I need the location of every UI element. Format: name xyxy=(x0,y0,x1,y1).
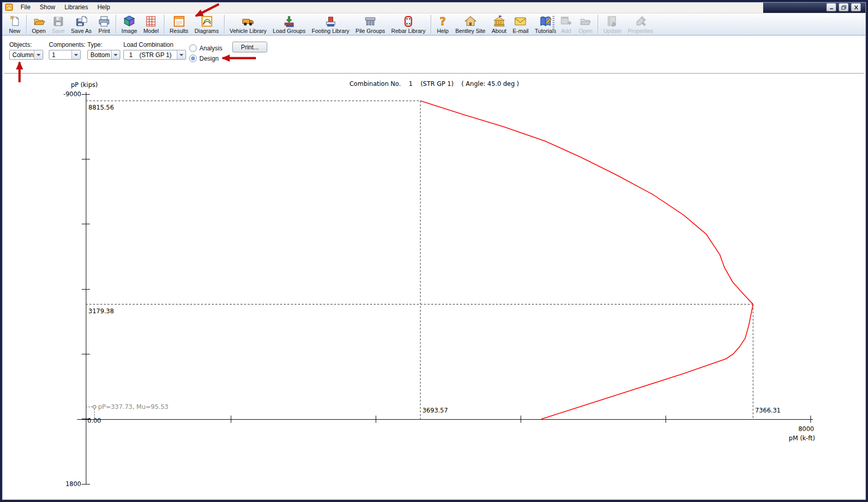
load-combination-label: Load Combination xyxy=(123,41,173,48)
interaction-diagram: Combination No. 1 (STR GP 1) ( Angle: 45… xyxy=(0,69,868,494)
type-label: Type: xyxy=(87,41,102,48)
objects-dropdown-button[interactable] xyxy=(34,50,43,59)
type-value: Bottom xyxy=(88,51,111,59)
objects-value: Columns xyxy=(10,51,34,59)
load-groups-button[interactable]: Load Groups xyxy=(270,13,309,35)
open-button: Open xyxy=(576,13,596,35)
save-button: Save xyxy=(49,13,68,35)
rebar-library-button[interactable]: Rebar Library xyxy=(388,13,429,35)
menu-libraries[interactable]: Libraries xyxy=(60,2,93,12)
properties-icon xyxy=(634,14,647,28)
print-button-label: Print... xyxy=(241,44,259,51)
analysis-radio-label: Analysis xyxy=(199,45,223,52)
save-floppy-icon xyxy=(52,14,65,28)
y-axis-title: pP (kips) xyxy=(71,81,98,88)
menu-show[interactable]: Show xyxy=(35,2,60,12)
design-radio[interactable]: Design xyxy=(189,55,218,62)
design-capacity-curve xyxy=(420,101,753,419)
toolbar-separator xyxy=(598,15,598,34)
objects-dropdown[interactable]: Columns xyxy=(9,50,43,60)
secondary-toolbar: AddOpenUpdateProperties xyxy=(552,13,657,35)
diagrams-chart-icon xyxy=(200,14,213,28)
add-icon xyxy=(560,14,572,28)
menu-file[interactable]: File xyxy=(16,2,35,12)
toolbar-button-label: Properties xyxy=(627,28,653,34)
e-mail-button[interactable]: E-mail xyxy=(509,13,531,35)
toolbar-button-label: Footing Library xyxy=(311,28,349,34)
printer-icon xyxy=(98,14,110,28)
x-axis-title: pM (k-ft) xyxy=(789,435,815,442)
footing-library-button[interactable]: Footing Library xyxy=(308,13,352,35)
y-axis-top-label: -9000 xyxy=(63,91,81,98)
print-button[interactable]: Print... xyxy=(232,42,267,52)
menu-bar: File Show Libraries Help xyxy=(2,2,866,13)
results-button[interactable]: Results xyxy=(167,13,192,35)
titlebar xyxy=(763,2,866,13)
toolbar-button-label: Print xyxy=(99,28,110,34)
results-window-icon xyxy=(173,14,186,28)
load-combination-dropdown[interactable]: 1 (STR GP 1) xyxy=(123,50,186,60)
toolbar-button-label: Open xyxy=(579,28,593,34)
restore-button[interactable] xyxy=(839,3,848,11)
toolbar-button-label: Add xyxy=(561,28,571,34)
toolbar-grip[interactable] xyxy=(552,16,555,33)
radio-circle-checked-icon xyxy=(189,55,197,62)
analysis-radio[interactable]: Analysis xyxy=(189,44,223,52)
y-axis-bottom-label: 1800 xyxy=(65,480,81,488)
pile-groups-icon xyxy=(364,14,377,28)
components-dropdown-button[interactable] xyxy=(71,50,80,59)
help-icon: ? xyxy=(436,14,449,28)
app-icon xyxy=(5,4,13,11)
image-cube-icon xyxy=(123,14,136,28)
toolbar-button-label: Pile Groups xyxy=(356,28,385,34)
toolbar-button-label: About xyxy=(492,28,507,34)
bentley-site-button[interactable]: Bentley Site xyxy=(452,13,489,35)
diagrams-button[interactable]: Diagrams xyxy=(192,13,222,35)
toolbar-separator xyxy=(116,15,116,33)
design-point-marker xyxy=(93,405,96,408)
open-button[interactable]: Open xyxy=(29,13,49,35)
radio-circle-icon xyxy=(189,44,197,52)
close-button[interactable] xyxy=(851,3,861,11)
max-moment-point-pM-label: 7366.31 xyxy=(755,407,781,414)
update-icon xyxy=(606,14,619,28)
update-button: Update xyxy=(600,13,624,35)
toolbar-button-label: Bentley Site xyxy=(455,28,486,34)
chart-title: Combination No. 1 (STR GP 1) ( Angle: 45… xyxy=(349,80,519,87)
toolbar-button-label: Results xyxy=(170,28,189,34)
chevron-down-icon xyxy=(36,54,41,56)
x-axis-end-label: 8000 xyxy=(798,425,814,433)
components-dropdown[interactable]: 1 xyxy=(49,50,81,60)
toolbar-button-label: Open xyxy=(32,28,46,34)
toolbar-button-label: E-mail xyxy=(512,28,528,34)
model-button[interactable]: Model xyxy=(140,13,162,35)
toolbar-button-label: Diagrams xyxy=(195,28,219,34)
origin-label: 0.00 xyxy=(87,417,101,424)
load-combination-dropdown-button[interactable] xyxy=(177,50,186,59)
minimize-button[interactable] xyxy=(826,3,836,11)
toolbar-separator xyxy=(164,15,164,33)
max-moment-point-pP-label: 3179.38 xyxy=(88,308,114,315)
pile-groups-button[interactable]: Pile Groups xyxy=(353,13,388,35)
load-groups-icon xyxy=(283,14,296,28)
type-dropdown[interactable]: Bottom xyxy=(87,50,120,60)
type-dropdown-button[interactable] xyxy=(111,50,120,59)
print-button[interactable]: Print xyxy=(95,13,114,35)
toolbar-separator xyxy=(224,15,225,33)
max-axial-point-pP-label: 8815.56 xyxy=(88,104,114,111)
menu-help[interactable]: Help xyxy=(93,2,115,12)
vehicle-library-button[interactable]: Vehicle Library xyxy=(227,13,270,35)
help-button[interactable]: ?Help xyxy=(433,13,452,35)
about-button[interactable]: About xyxy=(489,13,510,35)
add-button: Add xyxy=(557,13,576,35)
home-icon xyxy=(464,14,477,28)
image-button[interactable]: Image xyxy=(118,13,140,35)
save-as-button[interactable]: Save As xyxy=(68,13,95,35)
load-combination-value: 1 (STR GP 1) xyxy=(124,51,177,59)
chevron-down-icon xyxy=(179,54,183,56)
save-as-icon xyxy=(75,14,88,28)
chevron-down-icon xyxy=(74,54,78,56)
new-button[interactable]: New xyxy=(5,13,24,35)
toolbar-button-label: Model xyxy=(143,28,159,34)
main-toolbar: NewOpenSaveSave AsPrintImageModelResults… xyxy=(2,13,866,35)
